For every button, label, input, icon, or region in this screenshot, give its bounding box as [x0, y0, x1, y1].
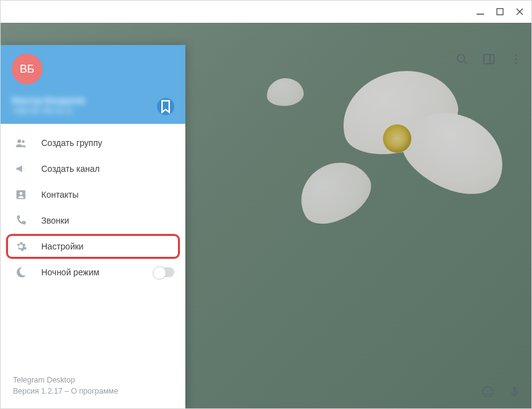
menu-label: Создать канал [41, 164, 100, 174]
contact-icon [14, 188, 28, 201]
menu-label: Ночной режим [41, 267, 99, 277]
phone-icon [14, 214, 28, 227]
chat-area: ВБ Виктор Богданов +380 98 765 43 21 Соз… [1, 23, 531, 408]
close-button[interactable] [515, 7, 524, 16]
menu-item-night-mode[interactable]: Ночной режим [1, 259, 185, 285]
megaphone-icon [14, 162, 28, 176]
avatar[interactable]: ВБ [12, 54, 42, 84]
app-name: Telegram Desktop [13, 375, 173, 386]
menu-item-contacts[interactable]: Контакты [1, 182, 185, 208]
svg-point-17 [22, 140, 24, 143]
main-menu-drawer: ВБ Виктор Богданов +380 98 765 43 21 Соз… [1, 45, 185, 408]
menu-label: Контакты [41, 190, 78, 200]
saved-messages-button[interactable] [157, 98, 174, 115]
maximize-button[interactable] [496, 7, 504, 16]
app-window: ВБ Виктор Богданов +380 98 765 43 21 Соз… [0, 0, 532, 409]
drawer-header: ВБ Виктор Богданов +380 98 765 43 21 [1, 45, 185, 124]
menu-item-calls[interactable]: Звонки [1, 208, 185, 233]
gear-icon [14, 240, 28, 253]
moon-icon [14, 265, 28, 279]
svg-point-19 [20, 192, 23, 195]
user-name: Виктор Богданов [12, 95, 174, 105]
menu-label: Звонки [41, 216, 69, 225]
menu-item-create-channel[interactable]: Создать канал [1, 156, 185, 182]
menu-label: Настройки [41, 241, 84, 251]
drawer-menu: Создать группу Создать канал Контакты [1, 124, 185, 289]
night-mode-toggle[interactable] [153, 267, 174, 277]
svg-point-16 [17, 139, 21, 143]
version-line[interactable]: Версия 1.2.17 – О программе [13, 386, 173, 397]
drawer-footer: Telegram Desktop Версия 1.2.17 – О прогр… [1, 366, 185, 409]
menu-label: Создать группу [41, 138, 102, 148]
avatar-initials: ВБ [20, 63, 34, 76]
svg-rect-1 [497, 9, 503, 15]
menu-item-settings[interactable]: Настройки [6, 233, 180, 259]
minimize-button[interactable] [476, 7, 485, 16]
window-titlebar [1, 1, 531, 23]
group-icon [14, 136, 28, 150]
menu-item-create-group[interactable]: Создать группу [1, 130, 185, 156]
user-phone: +380 98 765 43 21 [12, 107, 174, 115]
